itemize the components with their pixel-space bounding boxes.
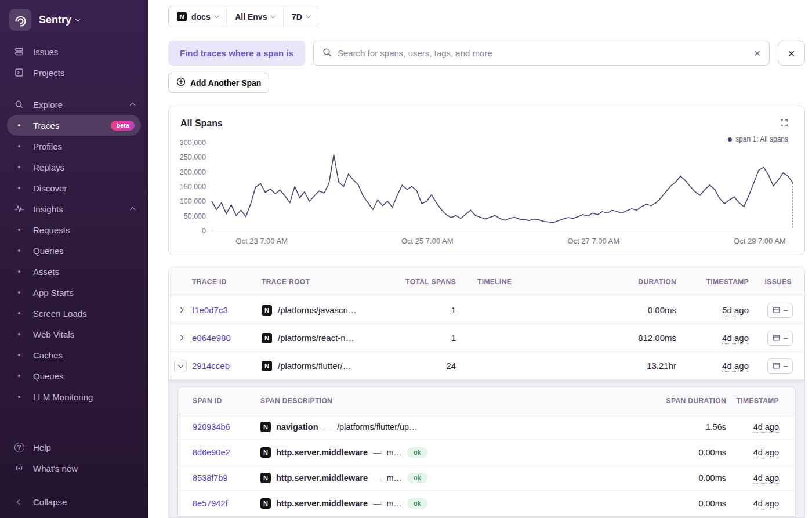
- clear-search-icon[interactable]: ×: [754, 48, 760, 59]
- sidebar-item-caches[interactable]: Caches: [7, 345, 141, 365]
- chevron-up-icon[interactable]: [130, 206, 135, 212]
- bullet-icon: [13, 375, 25, 377]
- sidebar-item-replays[interactable]: Replays: [7, 157, 141, 178]
- timestamp-value[interactable]: 4d ago: [722, 333, 749, 344]
- sidebar-item-llm-monitoring[interactable]: LLM Monitoring: [7, 386, 141, 407]
- timestamp-value[interactable]: 4d ago: [753, 422, 779, 433]
- chevron-down-icon: [75, 16, 80, 21]
- sidebar-item-label: Queries: [33, 246, 64, 256]
- col-duration: DURATION: [612, 278, 676, 286]
- span-table-header: SPAN ID SPAN DESCRIPTION SPAN DURATION T…: [178, 387, 795, 414]
- sidebar-item-label: Projects: [33, 68, 64, 78]
- timestamp-value[interactable]: 4d ago: [753, 473, 779, 484]
- span-op: http.server.middleware: [276, 448, 368, 457]
- trace-id-link[interactable]: f1e0d7c3: [192, 305, 262, 315]
- sidebar-item-whats-new[interactable]: What's new: [7, 458, 141, 479]
- traces-table: TRACE ID TRACE ROOT TOTAL SPANS TIMELINE…: [168, 267, 805, 518]
- timestamp-cell: 4d ago: [726, 499, 795, 508]
- span-status-badge: ok: [407, 447, 427, 458]
- collapse-row-button[interactable]: [169, 360, 192, 372]
- remove-span-filter-button[interactable]: ×: [778, 41, 805, 66]
- org-name-label: Sentry: [39, 14, 71, 26]
- legend-dot-icon: [728, 137, 732, 142]
- chart-line: [212, 154, 793, 222]
- chart-x-axis: Oct 23 7:00 AM Oct 25 7:00 AM Oct 27 7:0…: [212, 231, 793, 248]
- trace-id-link[interactable]: e064e980: [192, 333, 262, 343]
- broadcast-icon: [13, 463, 25, 473]
- timestamp-value[interactable]: 4d ago: [753, 499, 779, 509]
- project-selector[interactable]: N docs: [169, 6, 226, 27]
- sidebar-item-traces[interactable]: Traces beta: [7, 115, 141, 136]
- chevron-up-icon[interactable]: [130, 102, 135, 107]
- expand-row-button[interactable]: [169, 308, 192, 312]
- traces-table-header: TRACE ID TRACE ROOT TOTAL SPANS TIMELINE…: [169, 267, 804, 296]
- beta-badge: beta: [111, 121, 135, 131]
- span-row: 8538f7b9 N http.server.middleware — m… o…: [178, 465, 795, 491]
- chart-y-axis: 300,000 250,000 200,000 150,000 100,000 …: [175, 139, 212, 235]
- sidebar-item-label: App Starts: [33, 288, 74, 298]
- timestamp-value[interactable]: 4d ago: [753, 448, 779, 458]
- bullet-icon: [13, 270, 25, 273]
- org-switcher[interactable]: Sentry: [0, 0, 148, 38]
- platform-icon: N: [262, 333, 272, 343]
- add-another-span-label: Add Another Span: [190, 78, 261, 88]
- sidebar-item-help[interactable]: ? Help: [7, 437, 141, 458]
- x-tick-label: Oct 27 7:00 AM: [568, 237, 620, 245]
- sidebar-item-explore[interactable]: Explore: [7, 94, 141, 115]
- environment-selector[interactable]: All Envs: [226, 6, 283, 27]
- expanded-trace-panel: SPAN ID SPAN DESCRIPTION SPAN DURATION T…: [169, 380, 804, 517]
- col-timestamp: TIMESTAMP: [676, 278, 749, 286]
- sidebar-item-issues[interactable]: Issues: [7, 41, 141, 62]
- sidebar-item-queues[interactable]: Queues: [7, 365, 141, 386]
- issues-count: –: [784, 334, 788, 342]
- timestamp-value[interactable]: 5d ago: [722, 305, 749, 316]
- issues-button[interactable]: –: [767, 303, 793, 318]
- span-filter-row: Find traces where a span is × ×: [168, 41, 805, 66]
- sidebar-item-projects[interactable]: Projects: [7, 62, 141, 83]
- span-id-link[interactable]: 8e57942f: [178, 499, 248, 508]
- issues-button[interactable]: –: [767, 331, 793, 346]
- bullet-icon: [13, 354, 25, 356]
- sidebar-item-label: Issues: [33, 47, 58, 57]
- project-selector-label: docs: [191, 12, 211, 21]
- duration-value: 812.00ms: [612, 333, 676, 343]
- sidebar-item-screen-loads[interactable]: Screen Loads: [7, 303, 141, 324]
- trace-id-link[interactable]: 2914cceb: [192, 361, 262, 371]
- date-range-selector[interactable]: 7D: [283, 6, 318, 27]
- span-id-link[interactable]: 920934b6: [178, 422, 248, 432]
- chart-body: 300,000 250,000 200,000 150,000 100,000 …: [175, 142, 793, 248]
- issues-cell: –: [749, 303, 804, 318]
- sidebar-item-discover[interactable]: Discover: [7, 178, 141, 198]
- separator: —: [373, 499, 382, 508]
- timestamp-value[interactable]: 4d ago: [722, 361, 749, 372]
- sidebar-item-web-vitals[interactable]: Web Vitals: [7, 324, 141, 345]
- help-icon: ?: [13, 443, 25, 452]
- chart-title: All Spans: [180, 118, 223, 129]
- sidebar-item-requests[interactable]: Requests: [7, 219, 141, 240]
- bullet-icon: [13, 124, 25, 126]
- timestamp-cell: 4d ago: [676, 333, 749, 343]
- issues-button[interactable]: –: [767, 358, 793, 374]
- sidebar-item-collapse[interactable]: Collapse: [7, 491, 141, 512]
- sidebar-item-insights[interactable]: Insights: [7, 198, 141, 219]
- bullet-icon: [13, 187, 25, 189]
- expand-row-button[interactable]: [169, 336, 192, 340]
- y-tick-label: 50,000: [184, 212, 206, 220]
- span-id-link[interactable]: 8d6e90e2: [178, 448, 248, 457]
- total-spans-value: 1: [404, 305, 456, 315]
- expand-chart-icon[interactable]: [780, 119, 788, 129]
- span-description: /platforms/flutter/up…: [337, 422, 418, 432]
- span-status-badge: ok: [407, 473, 427, 483]
- span-id-link[interactable]: 8538f7b9: [178, 473, 248, 483]
- span-search-input[interactable]: [338, 48, 748, 58]
- chart-plot-area[interactable]: [212, 142, 793, 231]
- timestamp-cell: 4d ago: [726, 422, 795, 432]
- span-search-box[interactable]: ×: [313, 41, 770, 66]
- add-another-span-button[interactable]: Add Another Span: [168, 73, 269, 93]
- sidebar-item-queries[interactable]: Queries: [7, 240, 141, 261]
- span-description-cell: N http.server.middleware — m… ok: [248, 473, 477, 483]
- all-spans-chart-panel: All Spans span 1: All spans 300,000 250,…: [168, 106, 805, 255]
- sidebar-item-profiles[interactable]: Profiles: [7, 136, 141, 157]
- sidebar-item-assets[interactable]: Assets: [7, 261, 141, 282]
- sidebar-item-app-starts[interactable]: App Starts: [7, 282, 141, 303]
